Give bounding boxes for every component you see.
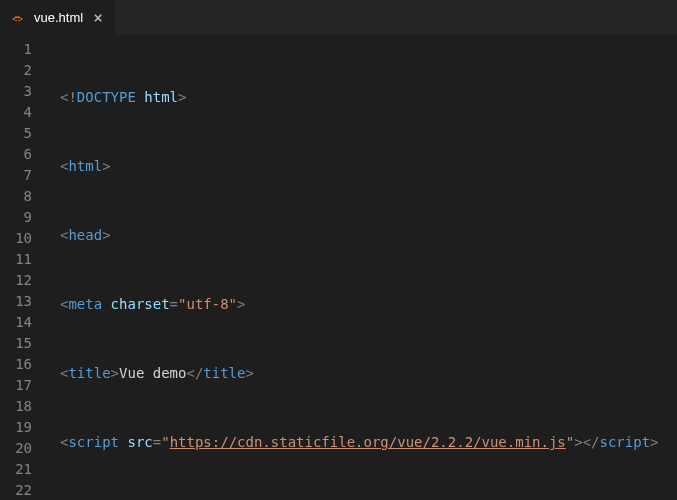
line-number: 12 (0, 270, 50, 291)
line-number: 10 (0, 228, 50, 249)
code-area[interactable]: <!DOCTYPE html> <html> <head> <meta char… (50, 35, 677, 500)
tab-vue-html[interactable]: <> vue.html × (0, 0, 116, 35)
code-line: <meta charset="utf-8"> (60, 294, 677, 315)
line-number: 16 (0, 354, 50, 375)
code-line: <title>Vue demo</title> (60, 363, 677, 384)
line-number: 4 (0, 102, 50, 123)
line-number: 7 (0, 165, 50, 186)
line-number: 5 (0, 123, 50, 144)
close-icon[interactable]: × (91, 8, 105, 28)
code-line: <!DOCTYPE html> (60, 87, 677, 108)
line-number: 2 (0, 60, 50, 81)
line-number: 22 (0, 480, 50, 500)
code-line: <html> (60, 156, 677, 177)
line-number: 8 (0, 186, 50, 207)
line-number: 3 (0, 81, 50, 102)
line-number: 19 (0, 417, 50, 438)
line-number: 15 (0, 333, 50, 354)
tab-bar: <> vue.html × (0, 0, 677, 35)
line-number: 14 (0, 312, 50, 333)
line-number: 18 (0, 396, 50, 417)
line-number: 20 (0, 438, 50, 459)
line-number: 11 (0, 249, 50, 270)
line-number-gutter: 12345678910111213141516171819202122 (0, 35, 50, 500)
code-line: <script src="https://cdn.staticfile.org/… (60, 432, 677, 453)
line-number: 13 (0, 291, 50, 312)
line-number: 9 (0, 207, 50, 228)
line-number: 21 (0, 459, 50, 480)
editor[interactable]: 12345678910111213141516171819202122 <!DO… (0, 35, 677, 500)
tab-title: vue.html (34, 10, 83, 25)
line-number: 6 (0, 144, 50, 165)
code-line: <head> (60, 225, 677, 246)
svg-text:<>: <> (12, 12, 24, 23)
html-file-icon: <> (12, 11, 26, 25)
line-number: 17 (0, 375, 50, 396)
line-number: 1 (0, 39, 50, 60)
